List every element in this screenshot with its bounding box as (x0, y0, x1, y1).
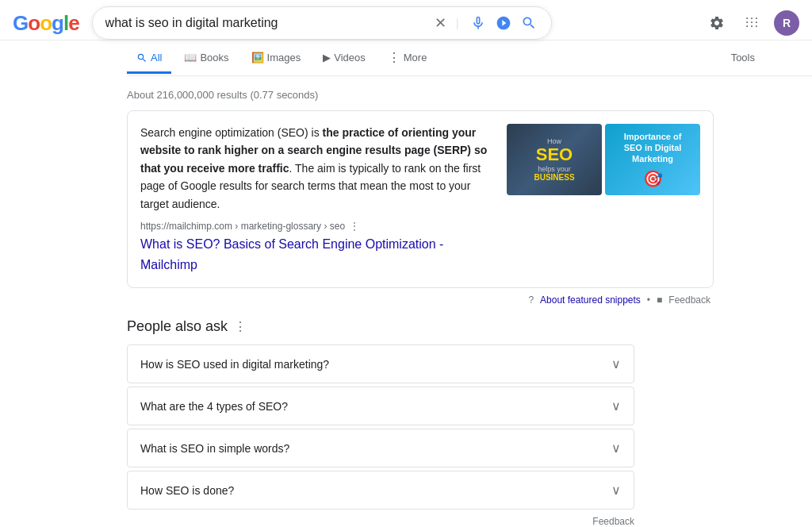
settings-button[interactable] (704, 10, 730, 36)
avatar[interactable]: R (774, 10, 799, 36)
main-content: About 216,000,000 results (0.77 seconds)… (0, 76, 714, 527)
featured-snippet: Search engine optimization (SEO) is the … (127, 110, 714, 288)
logo-g2: g (52, 11, 63, 35)
snippet-title-link[interactable]: What is SEO? Basics of Search Engine Opt… (140, 237, 443, 271)
clear-icon[interactable]: ✕ (435, 14, 446, 32)
about-featured-snippets[interactable]: About featured snippets (540, 294, 641, 306)
tab-all-label: All (151, 52, 162, 63)
search-submit-icon (521, 15, 537, 31)
paa-header: People also ask ⋮ (127, 318, 634, 335)
google-logo: Google (13, 11, 79, 36)
results-count: About 216,000,000 results (0.77 seconds) (127, 83, 714, 110)
paa-item-3[interactable]: What is SEO in simple words? ∨ (127, 429, 634, 467)
apps-icon (744, 15, 760, 31)
apps-button[interactable] (739, 10, 764, 36)
videos-tab-icon: ▶ (323, 52, 331, 63)
featured-feedback-label[interactable]: Feedback (668, 294, 710, 306)
header-right: R (704, 10, 799, 36)
books-tab-icon: 📖 (184, 52, 197, 63)
search-input[interactable]: what is seo in digital marketing (105, 16, 428, 30)
tab-books[interactable]: 📖 Books (174, 42, 238, 74)
paa-chevron-4: ∨ (611, 483, 621, 498)
logo-g1: G (13, 11, 28, 35)
snippet-url: https://mailchimp.com › marketing-glossa… (140, 219, 345, 234)
mic-button[interactable] (469, 13, 488, 33)
snippet-source: https://mailchimp.com › marketing-glossa… (140, 219, 494, 234)
paa-chevron-3: ∨ (611, 440, 621, 456)
search-submit-button[interactable] (519, 13, 538, 33)
tab-videos[interactable]: ▶ Videos (313, 42, 375, 74)
all-tab-icon (136, 52, 147, 63)
tab-more[interactable]: ⋮ More (378, 40, 437, 75)
paa-question-1: How is SEO used in digital marketing? (140, 358, 329, 371)
tab-images-label: Images (267, 52, 301, 63)
logo-o1: o (28, 11, 40, 35)
paa-title: People also ask (127, 318, 228, 335)
header: Google what is seo in digital marketing … (0, 0, 812, 40)
tab-books-label: Books (200, 52, 228, 63)
mic-icon (470, 15, 486, 31)
paa-item-4[interactable]: How SEO is done? ∨ (127, 471, 634, 510)
people-also-ask-section: People also ask ⋮ How is SEO used in dig… (127, 318, 634, 527)
separator: • (647, 294, 650, 306)
paa-item-2[interactable]: What are the 4 types of SEO? ∨ (127, 387, 634, 425)
tab-tools[interactable]: Tools (722, 42, 764, 74)
logo-o2: o (40, 11, 52, 35)
tab-tools-label: Tools (731, 52, 755, 63)
images-tab-icon: 🖼️ (251, 52, 264, 63)
paa-chevron-1: ∨ (611, 356, 621, 371)
paa-options-icon[interactable]: ⋮ (234, 319, 247, 334)
snippet-image-1: How SEO helps your BUSINESS (507, 124, 602, 195)
featured-footer: ? About featured snippets • ■ Feedback (127, 294, 714, 306)
paa-chevron-2: ∨ (611, 398, 621, 414)
snippet-text-before: Search engine optimization (SEO) is (140, 126, 323, 139)
question-icon: ? (528, 294, 534, 306)
gear-icon (709, 15, 725, 31)
snippet-options-icon[interactable]: ⋮ (350, 219, 359, 234)
tab-more-label: More (404, 52, 427, 63)
paa-item-1[interactable]: How is SEO used in digital marketing? ∨ (127, 344, 634, 383)
tab-all[interactable]: All (127, 42, 171, 74)
snippet-text: Search engine optimization (SEO) is the … (140, 124, 494, 275)
lens-icon (496, 15, 511, 31)
search-bar: what is seo in digital marketing ✕ | (92, 6, 552, 40)
search-bar-wrapper: what is seo in digital marketing ✕ | (92, 6, 552, 40)
feedback-icon: ■ (657, 294, 662, 306)
paa-question-4: How SEO is done? (140, 484, 234, 497)
lens-button[interactable] (494, 13, 513, 33)
nav-tabs: All 📖 Books 🖼️ Images ▶ Videos ⋮ More To… (0, 40, 812, 75)
tab-videos-label: Videos (334, 52, 366, 63)
paa-question-2: What are the 4 types of SEO? (140, 400, 288, 413)
paa-question-3: What is SEO in simple words? (140, 442, 289, 455)
paa-feedback[interactable]: Feedback (127, 513, 634, 527)
tab-images[interactable]: 🖼️ Images (242, 42, 311, 74)
snippet-images: How SEO helps your BUSINESS Importance o… (507, 124, 700, 275)
snippet-image-2: Importance of SEO in Digital Marketing 🎯 (605, 124, 700, 195)
more-tab-icon: ⋮ (388, 50, 400, 65)
logo-e: e (68, 11, 79, 35)
